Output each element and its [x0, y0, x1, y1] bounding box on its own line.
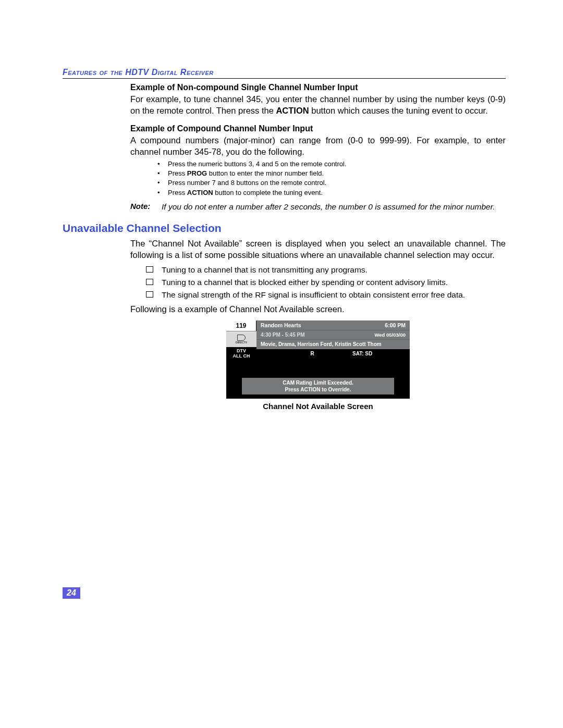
screen-sat: SAT: SD — [352, 351, 410, 356]
action-word: ACTION — [276, 106, 309, 115]
bullet-item: Press number 7 and 8 buttons on the remo… — [155, 178, 506, 188]
bullet-text: Press — [168, 189, 187, 196]
screen-rating: R — [256, 351, 352, 356]
bullet-text: Press the numeric buttons 3, 4 and 5 on … — [168, 160, 347, 168]
bullet-item: Press the numeric buttons 3, 4 and 5 on … — [155, 159, 506, 169]
bullet-text: Press number 7 and 8 buttons on the remo… — [168, 179, 326, 187]
bullet-bold: ACTION — [187, 189, 213, 196]
screen-message: CAM Rating Limit Exceeded. Press ACTION … — [242, 378, 394, 394]
bullet-bold: PROG — [187, 169, 207, 177]
screen-clock: 6:00 PM — [385, 322, 406, 328]
screen-caption: Channel Not Available Screen — [226, 402, 410, 411]
bullet-post: button to enter the minor number field. — [207, 169, 324, 177]
note-label: Note: — [130, 202, 162, 213]
screen-msg-2: Press ACTION to Override. — [242, 386, 394, 393]
screen-description: Movie, Drama, Harrison Ford, Kristin Sco… — [256, 339, 410, 349]
example2-intro: A compound numbers (major-minor) can ran… — [130, 134, 506, 158]
bullet-item: Press PROG button to enter the minor num… — [155, 169, 506, 178]
section-header: Features of the HDTV Digital Receiver — [63, 68, 506, 79]
note-text: If you do not enter a number after 2 sec… — [162, 202, 495, 213]
channel-not-available-screen: 119 DIRECTV DTV ALL CH Random Hearts 6:0… — [226, 320, 410, 399]
example1-text-post: button which causes the tuning event to … — [309, 106, 488, 115]
unavailable-intro: The “Channel Not Available” screen is di… — [130, 238, 506, 261]
screen-channel-number: 119 — [226, 320, 256, 331]
unavailable-heading: Unavailable Channel Selection — [63, 222, 506, 235]
example1-heading: Example of Non-compound Single Channel N… — [130, 83, 506, 92]
bullet-post: button to complete the tuning event. — [213, 189, 323, 196]
note-row: Note: If you do not enter a number after… — [130, 202, 506, 213]
screen-allch-label: ALL CH — [226, 353, 256, 360]
bullet-item: Press ACTION button to complete the tuni… — [155, 188, 506, 198]
screen-date: Wed 05/03/00 — [374, 332, 406, 338]
screen-msg-1: CAM Rating Limit Exceeded. — [242, 379, 394, 386]
example2-heading: Example of Compound Channel Number Input — [130, 124, 506, 133]
page-number: 24 — [63, 587, 80, 599]
logo-text: DIRECTV — [236, 341, 247, 344]
example1-text: For example, to tune channel 345, you en… — [130, 93, 506, 117]
screen-dtv-label: DTV — [226, 347, 256, 353]
check-item: Tuning to a channel that is not transmit… — [146, 264, 506, 276]
unavailable-followup: Following is a example of Channel Not Av… — [130, 303, 506, 315]
check-item: The signal strength of the RF signal is … — [146, 289, 506, 301]
example2-bullets: Press the numeric buttons 3, 4 and 5 on … — [155, 159, 506, 198]
unavailable-checklist: Tuning to a channel that is not transmit… — [146, 264, 506, 301]
screen-time-range: 4:30 PM - 5:45 PM — [261, 332, 374, 338]
bullet-text: Press — [168, 169, 187, 177]
screen-program-title: Random Hearts — [261, 322, 385, 328]
check-item: Tuning to a channel that is blocked eith… — [146, 276, 506, 289]
directv-logo: DIRECTV — [226, 331, 256, 347]
